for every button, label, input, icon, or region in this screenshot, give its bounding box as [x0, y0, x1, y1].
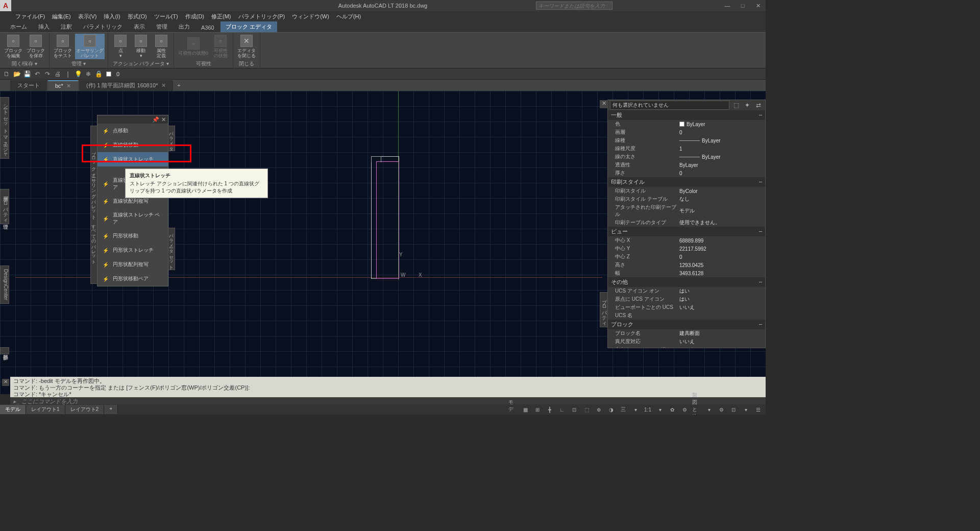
- search-input[interactable]: [536, 2, 612, 10]
- property-row[interactable]: 色ByLayer: [608, 120, 765, 128]
- property-value[interactable]: 1: [679, 145, 765, 152]
- ribbon-panel-label[interactable]: 開く/保存 ▾: [3, 59, 46, 68]
- palette-item[interactable]: ⚡円形状配列複写: [97, 257, 168, 272]
- palette-item[interactable]: ⚡円形状移動ペア: [97, 272, 168, 286]
- menu-item[interactable]: 作成(D): [185, 13, 204, 20]
- property-row[interactable]: UCS 名: [608, 311, 765, 320]
- ribbon-tab[interactable]: 挿入: [33, 21, 55, 32]
- status-icon[interactable]: ▦: [521, 405, 530, 414]
- status-icon[interactable]: ╋: [545, 405, 554, 414]
- property-row[interactable]: 印刷スタイルByColor: [608, 187, 765, 195]
- property-row[interactable]: アタッチされた印刷テーブルモデル: [608, 203, 765, 219]
- ribbon-panel-label[interactable]: 可視性: [177, 59, 230, 68]
- property-row[interactable]: 原点に UCS アイコンはい: [608, 295, 765, 303]
- property-value[interactable]: 使用できません。: [679, 219, 765, 226]
- property-row[interactable]: 印刷テーブルのタイプ使用できません。: [608, 219, 765, 227]
- side-panel-tab[interactable]: 外部参照: [0, 347, 9, 354]
- status-icon[interactable]: ⊡: [570, 405, 579, 414]
- properties-panel[interactable]: ✕ プロパティ 何も選択されていません ⬚ ✦ ⇄ 一般–色ByLayer画層0…: [607, 100, 766, 348]
- palette-category-tab[interactable]: パラメータ: [168, 126, 175, 151]
- property-value[interactable]: ByColor: [679, 187, 765, 195]
- status-icon[interactable]: ◑: [606, 405, 616, 414]
- layer-icon[interactable]: 🔒: [94, 69, 103, 79]
- property-value[interactable]: はい: [679, 296, 765, 303]
- status-icon[interactable]: ⊕: [594, 405, 603, 414]
- property-row[interactable]: 中心 Z0: [608, 253, 765, 261]
- property-value[interactable]: 1293.0425: [679, 261, 765, 269]
- property-row[interactable]: 線種ByLayer: [608, 136, 765, 144]
- property-value[interactable]: ByLayer: [679, 153, 765, 160]
- property-row[interactable]: ビューポートごとの UCSいいえ: [608, 303, 765, 311]
- properties-close-icon[interactable]: ✕: [600, 100, 608, 108]
- new-tab-button[interactable]: +: [174, 82, 184, 88]
- property-row[interactable]: 印刷スタイル テーブルなし: [608, 195, 765, 203]
- pick-icon[interactable]: ✦: [743, 101, 752, 110]
- qat-icon[interactable]: 🗋: [2, 69, 11, 79]
- ribbon-tab[interactable]: ホーム: [5, 21, 32, 32]
- property-row[interactable]: 線の太さByLayer: [608, 153, 765, 161]
- ribbon-tab[interactable]: ブロック エディタ: [220, 21, 277, 32]
- property-row[interactable]: 厚さ0: [608, 169, 765, 177]
- property-row[interactable]: 透過性ByLayer: [608, 161, 765, 169]
- palette-item[interactable]: ⚡直線状移動: [97, 138, 168, 152]
- menu-item[interactable]: 形式(O): [128, 13, 147, 20]
- layout-tab[interactable]: モデル: [0, 405, 26, 414]
- property-value[interactable]: モデル: [679, 204, 765, 218]
- document-tab[interactable]: スタート: [10, 80, 47, 91]
- app-logo[interactable]: A: [0, 0, 11, 11]
- command-area[interactable]: コマンド: -bedit モデルを再作図中。コマンド: もう一方のコーナーを指定…: [10, 377, 766, 405]
- menu-item[interactable]: ツール(T): [154, 13, 178, 20]
- tab-close-icon[interactable]: ✕: [161, 82, 166, 89]
- property-value[interactable]: 3493.6128: [679, 270, 765, 277]
- status-icon[interactable]: ⚙: [680, 405, 689, 414]
- document-tab[interactable]: bc*✕: [48, 80, 78, 91]
- property-row[interactable]: ブロック名建具断面: [608, 329, 765, 337]
- property-row[interactable]: 高さ1293.0425: [608, 261, 765, 269]
- minimize-button[interactable]: —: [720, 0, 735, 11]
- command-close-icon[interactable]: ✕: [2, 379, 9, 386]
- menu-item[interactable]: 修正(M): [211, 13, 231, 20]
- status-icon[interactable]: 三: [619, 405, 628, 414]
- selection-dropdown[interactable]: 何も選択されていません: [610, 101, 729, 110]
- qat-icon[interactable]: 🖨: [53, 69, 62, 79]
- qat-icon[interactable]: ↶: [33, 69, 42, 79]
- ribbon-tab[interactable]: 注釈: [56, 21, 77, 32]
- ribbon-button[interactable]: ✕エディタを閉じる: [236, 34, 257, 59]
- document-tab[interactable]: (作) 1 階平面詳細図 160810*✕: [79, 80, 173, 91]
- property-row[interactable]: UCS アイコン オンはい: [608, 287, 765, 295]
- status-icon[interactable]: ∟: [557, 405, 567, 414]
- ribbon-button[interactable]: ▫オーサリングパレット: [75, 34, 105, 59]
- quick-select-icon[interactable]: ⬚: [731, 101, 741, 110]
- status-icon[interactable]: ✿: [668, 405, 677, 414]
- ribbon-tab[interactable]: 管理: [151, 21, 173, 32]
- layer-swatch[interactable]: [104, 69, 113, 79]
- qat-icon[interactable]: 💾: [22, 69, 32, 79]
- menu-item[interactable]: 挿入(I): [104, 13, 120, 20]
- palette-item[interactable]: ⚡点移動: [97, 124, 168, 138]
- property-group-header[interactable]: ビュー–: [608, 227, 765, 236]
- property-group-header[interactable]: ブロック–: [608, 320, 765, 329]
- status-icon[interactable]: 製図と注釈: [692, 405, 701, 414]
- status-icon[interactable]: 1:1: [643, 405, 652, 414]
- property-value[interactable]: いいえ: [679, 304, 765, 311]
- property-value[interactable]: 22117.5992: [679, 245, 765, 252]
- property-value[interactable]: ByLayer: [679, 120, 765, 128]
- layout-tab[interactable]: レイアウト1: [26, 405, 65, 414]
- property-value[interactable]: いいえ: [679, 338, 765, 345]
- menu-item[interactable]: ヘルプ(H): [336, 13, 361, 20]
- status-icon[interactable]: ⊡: [729, 405, 738, 414]
- status-icon[interactable]: ▾: [704, 405, 714, 414]
- property-value[interactable]: 0: [679, 170, 765, 177]
- menu-item[interactable]: ウィンドウ(W): [292, 13, 329, 20]
- property-value[interactable]: 0: [679, 129, 765, 136]
- palette-pin-icon[interactable]: 📌: [152, 116, 159, 123]
- qat-icon[interactable]: 📂: [12, 69, 21, 79]
- property-value[interactable]: なし: [679, 196, 765, 203]
- layer-name[interactable]: 0: [114, 71, 121, 77]
- layer-icon[interactable]: 💡: [74, 69, 83, 79]
- property-value[interactable]: ByLayer: [679, 137, 765, 144]
- status-icon[interactable]: ⬚: [582, 405, 591, 414]
- ribbon-tab[interactable]: 出力: [174, 21, 195, 32]
- property-row[interactable]: 中心 X68889.899: [608, 236, 765, 245]
- tab-close-icon[interactable]: ✕: [66, 83, 71, 89]
